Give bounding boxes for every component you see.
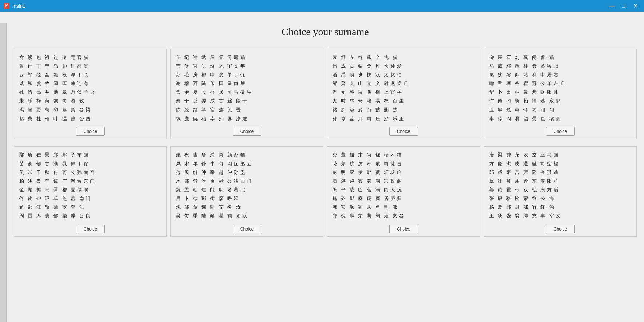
surname-char: 庞	[497, 160, 503, 168]
surname-spacer	[521, 88, 522, 96]
surname-spacer	[225, 160, 226, 168]
surname-char: 严	[332, 88, 338, 96]
surname-spacer	[381, 97, 383, 105]
surname-char: 焦	[201, 186, 207, 194]
surname-spacer	[233, 115, 235, 123]
surname-char: 任	[175, 53, 181, 61]
surname-char: 闻	[53, 80, 59, 87]
surname-char: 籍	[366, 97, 372, 105]
choice-button-panel-1-2[interactable]: Choice	[233, 127, 261, 136]
surname-char: 郁	[36, 160, 41, 168]
surname-spacer	[347, 195, 349, 203]
surname-char: 边	[53, 53, 59, 61]
surname-spacer	[190, 212, 192, 220]
surname-spacer	[338, 168, 340, 176]
surname-spacer	[182, 186, 183, 194]
surname-spacer	[338, 177, 340, 185]
surname-spacer	[182, 168, 183, 176]
surname-spacer	[355, 212, 357, 220]
surname-char: 傅	[497, 97, 503, 105]
surname-char: 苄	[210, 80, 216, 87]
surname-char: 上	[383, 88, 389, 96]
surname-spacer	[216, 203, 218, 211]
surname-char: 干	[36, 168, 41, 176]
choice-button-panel-1-4[interactable]: Choice	[546, 127, 575, 136]
surname-char: 邵	[184, 177, 190, 185]
surname-spacer	[225, 53, 226, 61]
surname-char: 于	[184, 97, 190, 105]
surname-char: 门	[90, 177, 96, 185]
surnames-row: 任 纪 诸 武 屈 督 司寇猫	[175, 53, 319, 61]
surname-char: 阮	[192, 115, 198, 123]
surname-char: 马	[547, 151, 552, 159]
surname-spacer	[495, 177, 496, 185]
surname-spacer	[538, 115, 539, 123]
surnames-row: 云 祁 经 全 姬 殴 淳于余	[19, 71, 162, 79]
surnames-row: 张 康 骆 松 蒙 终 公 海	[488, 195, 632, 203]
surnames-row: 喻 尹 柯 谷 翟 寇 公羊左丘	[488, 80, 632, 87]
surname-char: 汤	[497, 212, 503, 220]
choice-button-panel-2-1[interactable]: Choice	[76, 225, 105, 233]
surname-char: 年	[240, 62, 246, 70]
surname-spacer	[398, 53, 400, 61]
surname-char: 长	[383, 62, 389, 70]
surname-spacer	[538, 106, 539, 114]
surname-char: 罗	[341, 106, 346, 114]
surname-spacer	[182, 88, 183, 96]
surname-char: 束	[358, 151, 363, 159]
minimize-button[interactable]: —	[607, 2, 617, 9]
maximize-button[interactable]: □	[619, 2, 629, 9]
surname-char: 解	[192, 168, 198, 176]
surname-spacer	[77, 106, 78, 114]
main-window: K main1 — □ ✕ Choice your surname 俞 熊 包 …	[0, 0, 644, 322]
surname-spacer	[504, 160, 505, 168]
surname-char: 廖	[218, 195, 224, 203]
surname-char: 南	[83, 168, 89, 176]
surname-char: 万	[70, 88, 76, 96]
surname-spacer	[381, 71, 383, 79]
surname-spacer	[403, 88, 404, 96]
surname-char: 丘	[233, 160, 239, 168]
surname-spacer	[403, 71, 404, 79]
surname-spacer	[347, 177, 349, 185]
surname-char: 房	[192, 71, 198, 79]
surname-spacer	[347, 71, 349, 79]
surname-char: 孙	[332, 115, 338, 123]
choice-button-panel-2-2[interactable]: Choice	[233, 225, 261, 233]
surname-char: 司	[540, 160, 546, 168]
surname-spacer	[248, 97, 250, 105]
surname-spacer	[381, 106, 383, 114]
choice-button-panel-1-3[interactable]: Choice	[389, 127, 418, 136]
surname-spacer	[182, 80, 183, 87]
surname-char: 哈	[397, 168, 402, 176]
surname-spacer	[199, 115, 200, 123]
surname-char: 司	[366, 115, 372, 123]
surname-char: 陆	[201, 80, 207, 87]
surname-char: 萧	[341, 80, 346, 87]
surname-spacer	[51, 186, 52, 194]
surname-char: 曹	[175, 88, 181, 96]
surname-spacer	[521, 212, 522, 220]
surname-spacer	[225, 151, 226, 159]
surname-char: 迟	[390, 80, 396, 87]
choice-button-panel-2-3[interactable]: Choice	[389, 225, 418, 233]
surname-char: 米	[27, 168, 33, 176]
surname-spacer	[560, 160, 561, 168]
surnames-row: 方 庞 洪 戎 通 融 司空福	[488, 160, 632, 168]
surname-char: 蓝	[349, 115, 355, 123]
surname-spacer	[521, 80, 522, 87]
surname-char: 鸟	[53, 62, 59, 70]
surname-spacer	[530, 203, 531, 211]
surnames-row: 吴 贺 季 陆 黎 瞿 鞫 拓跋	[175, 212, 319, 220]
surnames-row: 鲍 祝 吉 詹 浦 简 颜孙猫	[175, 151, 319, 159]
surnames-row: 葛 狄 缪 仰 堵 利 申屠赏	[488, 71, 632, 79]
surname-spacer	[68, 177, 69, 185]
choice-button-panel-1-1[interactable]: Choice	[76, 127, 105, 136]
surname-char: 花	[332, 160, 338, 168]
surname-spacer	[338, 186, 340, 194]
surname-char: 邢	[358, 115, 363, 123]
surname-spacer	[25, 62, 27, 70]
close-button[interactable]: ✕	[630, 2, 640, 9]
choice-button-panel-2-4[interactable]: Choice	[546, 225, 575, 233]
surname-spacer	[34, 53, 35, 61]
